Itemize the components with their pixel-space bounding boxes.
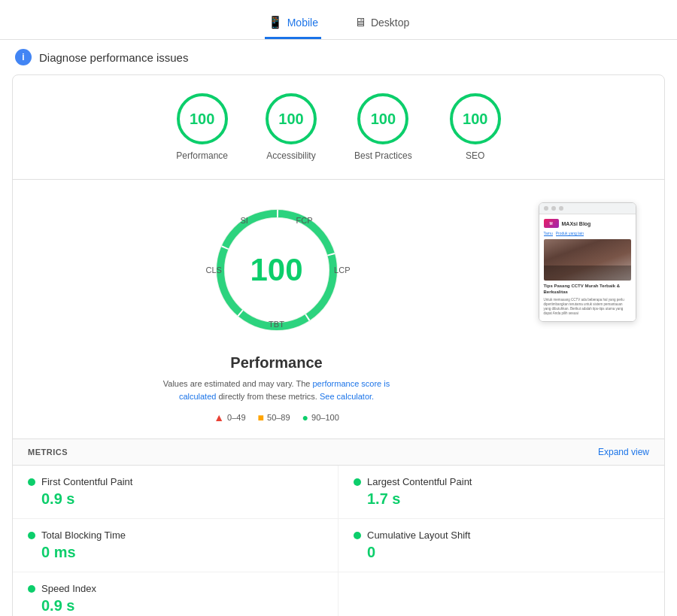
preview-article-title: Tips Pasang CCTV Murah Terbaik & Berkual… [544, 284, 631, 296]
metric-cls: Cumulative Layout Shift 0 [338, 519, 664, 572]
score-circle-best-practices: 100 [357, 93, 408, 144]
preview-browser-bar [539, 203, 636, 214]
metric-lcp-value: 1.7 s [354, 490, 649, 508]
metric-tbt: Total Blocking Time 0 ms [13, 519, 338, 572]
score-circle-accessibility: 100 [266, 93, 317, 144]
expand-view-button[interactable]: Expand view [598, 447, 649, 457]
note-mid: directly from these metrics. [218, 392, 317, 401]
browser-dot-1 [544, 206, 548, 211]
score-value-accessibility: 100 [278, 111, 303, 128]
score-value-best-practices: 100 [371, 111, 396, 128]
tab-mobile[interactable]: 📱 Mobile [265, 9, 321, 39]
score-value-seo: 100 [463, 111, 487, 128]
legend-red: ▲ 0–49 [214, 411, 245, 423]
gauge-label-tbt: TBT [269, 320, 284, 329]
metric-lcp: Largest Contentful Paint 1.7 s [338, 466, 664, 519]
metric-cls-dot [354, 532, 361, 539]
note-main: Values are estimated and may vary. The [163, 379, 311, 388]
score-label-accessibility: Accessibility [266, 150, 315, 161]
preview-site-header: M MAXsi Blog [544, 219, 631, 228]
metric-lcp-name: Largest Contentful Paint [367, 476, 472, 487]
legend-row: ▲ 0–49 ■ 50–89 ● 90–100 [214, 411, 339, 423]
tab-mobile-label: Mobile [287, 17, 318, 29]
main-card: 100 Performance 100 Accessibility 100 Be… [12, 74, 665, 616]
perf-note: Values are estimated and may vary. The p… [149, 378, 405, 402]
gauge-score: 100 [250, 252, 302, 288]
score-accessibility: 100 Accessibility [266, 93, 317, 161]
diagnose-icon: i [15, 49, 32, 65]
metric-si-name: Speed Index [41, 583, 96, 594]
detail-section: 100 SI FCP CLS LCP TBT Performance Value… [13, 180, 664, 438]
scores-row: 100 Performance 100 Accessibility 100 Be… [13, 75, 664, 180]
metric-fcp: First Contentful Paint 0.9 s [13, 466, 338, 519]
metric-tbt-name: Total Blocking Time [41, 530, 126, 541]
preview-image [544, 239, 631, 281]
preview-area: M MAXsi Blog Tamu Produk yang lain Tips … [533, 195, 642, 423]
preview-image-overlay [544, 266, 631, 281]
legend-green: ● 90–100 [302, 411, 339, 423]
tab-desktop-label: Desktop [371, 17, 409, 29]
perf-title: Performance [230, 354, 322, 372]
metric-fcp-dot [28, 478, 35, 486]
preview-nav-item-1: Tamu [544, 231, 553, 236]
metric-cls-value: 0 [354, 544, 649, 561]
gauge-label-lcp: LCP [334, 266, 350, 275]
preview-logo: M [544, 219, 559, 228]
score-label-performance: Performance [176, 150, 228, 161]
gauge-container: 100 SI FCP CLS LCP TBT [202, 195, 352, 345]
preview-content: M MAXsi Blog Tamu Produk yang lain Tips … [539, 214, 636, 321]
preview-browser: M MAXsi Blog Tamu Produk yang lain Tips … [539, 202, 636, 322]
metric-cls-header: Cumulative Layout Shift [354, 530, 649, 541]
metric-si-value: 0.9 s [28, 597, 323, 614]
metric-fcp-value: 0.9 s [28, 490, 323, 508]
preview-article-text: Untuk memasang CCTV ada beberapa hal yan… [544, 298, 631, 317]
legend-square-orange: ■ [258, 411, 264, 423]
diagnose-bar: i Diagnose performance issues [0, 40, 677, 74]
metrics-header: METRICS Expand view [13, 438, 664, 466]
preview-nav-item-2: Produk yang lain [556, 231, 584, 236]
metric-fcp-header: First Contentful Paint [28, 476, 323, 487]
preview-site-name: MAXsi Blog [562, 221, 591, 226]
score-seo: 100 SEO [450, 93, 501, 161]
diagnose-title: Diagnose performance issues [39, 51, 188, 64]
score-circle-performance: 100 [177, 93, 228, 144]
metric-lcp-dot [354, 478, 361, 486]
legend-range-red: 0–49 [227, 413, 245, 422]
metric-si-dot [28, 585, 35, 593]
browser-dot-3 [559, 206, 563, 211]
score-label-seo: SEO [466, 150, 484, 161]
metric-tbt-value: 0 ms [28, 544, 323, 561]
score-label-best-practices: Best Practices [354, 150, 412, 161]
legend-range-green: 90–100 [311, 413, 339, 422]
metric-fcp-name: First Contentful Paint [41, 476, 132, 487]
metrics-grid: First Contentful Paint 0.9 s Largest Con… [13, 466, 664, 616]
metric-si: Speed Index 0.9 s [13, 572, 338, 616]
score-performance: 100 Performance [176, 93, 228, 161]
mobile-icon: 📱 [268, 15, 283, 29]
metrics-label: METRICS [28, 448, 68, 457]
metric-si-header: Speed Index [28, 583, 323, 594]
metric-lcp-header: Largest Contentful Paint [354, 476, 649, 487]
preview-nav: Tamu Produk yang lain [544, 231, 631, 236]
desktop-icon: 🖥 [354, 16, 366, 29]
metric-tbt-dot [28, 532, 35, 539]
score-value-performance: 100 [190, 111, 214, 128]
score-best-practices: 100 Best Practices [354, 93, 412, 161]
metric-tbt-header: Total Blocking Time [28, 530, 323, 541]
calc-link[interactable]: See calculator. [320, 392, 374, 401]
metric-empty [338, 572, 664, 616]
tab-desktop[interactable]: 🖥 Desktop [351, 9, 412, 39]
gauge-area: 100 SI FCP CLS LCP TBT Performance Value… [35, 195, 518, 423]
legend-circle-green: ● [302, 411, 308, 423]
gauge-label-si: SI [241, 216, 248, 225]
score-circle-seo: 100 [450, 93, 501, 144]
metric-cls-name: Cumulative Layout Shift [367, 530, 470, 541]
legend-range-orange: 50–89 [267, 413, 290, 422]
gauge-label-cls: CLS [206, 266, 222, 275]
legend-orange: ■ 50–89 [258, 411, 290, 423]
legend-triangle-red: ▲ [214, 411, 224, 423]
browser-dot-2 [551, 206, 556, 211]
gauge-label-fcp: FCP [296, 216, 313, 225]
tabs-bar: 📱 Mobile 🖥 Desktop [0, 0, 677, 40]
